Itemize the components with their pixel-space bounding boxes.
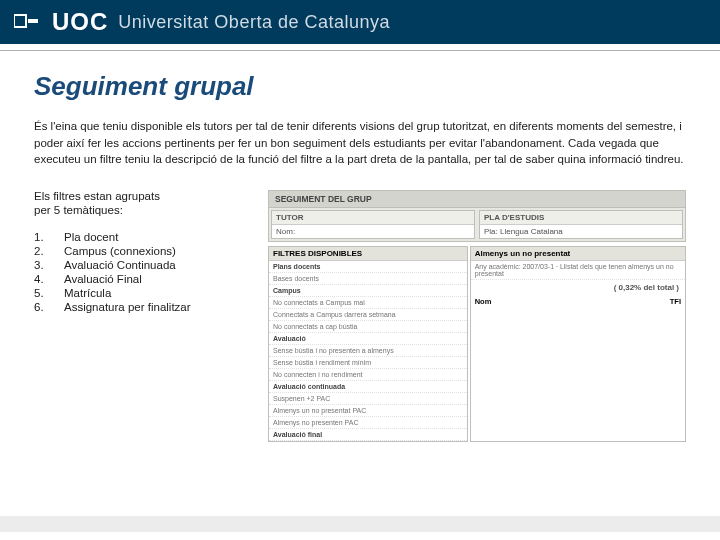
filter-item[interactable]: No connectats a cap bústia [269,321,467,333]
pla-header: PLA D'ESTUDIS [480,211,682,225]
list-item: 1.Pla docent [34,230,191,244]
col-tfi: TFI [641,297,681,306]
filter-item[interactable]: Sense bústia i rendiment mínim [269,357,467,369]
results-header: Almenys un no presentat [471,247,685,261]
university-name: Universitat Oberta de Catalunya [118,12,390,33]
results-table-header: Nom TFI [471,295,685,308]
filter-item[interactable]: Sense bústia i no presenten a almenys [269,345,467,357]
list-item: 4.Avaluació Final [34,272,191,286]
filters-caption-line1: Els filtres estan agrupats [34,190,254,202]
filter-item[interactable]: Almenys un no presentat PAC [269,405,467,417]
filters-available-panel: FILTRES DISPONIBLES Plans docents Bases … [268,246,468,442]
results-panel: Almenys un no presentat Any acadèmic: 20… [470,246,686,442]
filter-item[interactable]: Almenys no presenten PAC [269,417,467,429]
page-title: Seguiment grupal [34,71,686,102]
footer-bar [0,516,720,532]
svg-rect-1 [28,19,38,23]
filter-item[interactable]: Campus [269,285,467,297]
list-item: 5.Matrícula [34,286,191,300]
any-academic-value: Any acadèmic: 2007/03-1 · Llistat dels q… [471,261,685,280]
filter-item[interactable]: No connecten i no rendiment [269,369,467,381]
filter-item[interactable]: Plans docents [269,261,467,273]
filter-item[interactable]: Suspenen +2 PAC [269,393,467,405]
filter-item[interactable]: Connectats a Campus darrera setmana [269,309,467,321]
panel-main-header: SEGUIMENT DEL GRUP [269,191,685,208]
filter-list: 1.Pla docent 2.Campus (connexions) 3.Ava… [34,230,191,314]
list-item: 2.Campus (connexions) [34,244,191,258]
filter-item[interactable]: No connectats a Campus mai [269,297,467,309]
list-item: 6.Assignatura per finalitzar [34,300,191,314]
filter-item[interactable]: Avaluació final [269,429,467,441]
intro-paragraph: És l'eina que teniu disponible els tutor… [34,118,686,168]
tutor-header: TUTOR [272,211,474,225]
pla-value: Pla: Llengua Catalana [480,225,682,238]
logo-icon [14,12,44,32]
filters-caption-line2: per 5 temàtiques: [34,204,254,216]
filters-description: Els filtres estan agrupats per 5 temàtiq… [34,190,254,442]
svg-rect-0 [14,15,26,27]
app-header: UOC Universitat Oberta de Catalunya [0,0,720,44]
list-item: 3.Avaluació Continuada [34,258,191,272]
filters-header: FILTRES DISPONIBLES [269,247,467,261]
tutor-value: Nom: [272,225,474,238]
percentage-value: ( 0,32% del total ) [471,280,685,295]
filter-item[interactable]: Avaluació continuada [269,381,467,393]
col-nom: Nom [475,297,641,306]
filter-item[interactable]: Avaluació [269,333,467,345]
screenshot-panel: SEGUIMENT DEL GRUP TUTOR Nom: PLA D'ESTU… [268,190,686,442]
filter-item[interactable]: Bases docents [269,273,467,285]
brand-text: UOC [52,8,108,36]
